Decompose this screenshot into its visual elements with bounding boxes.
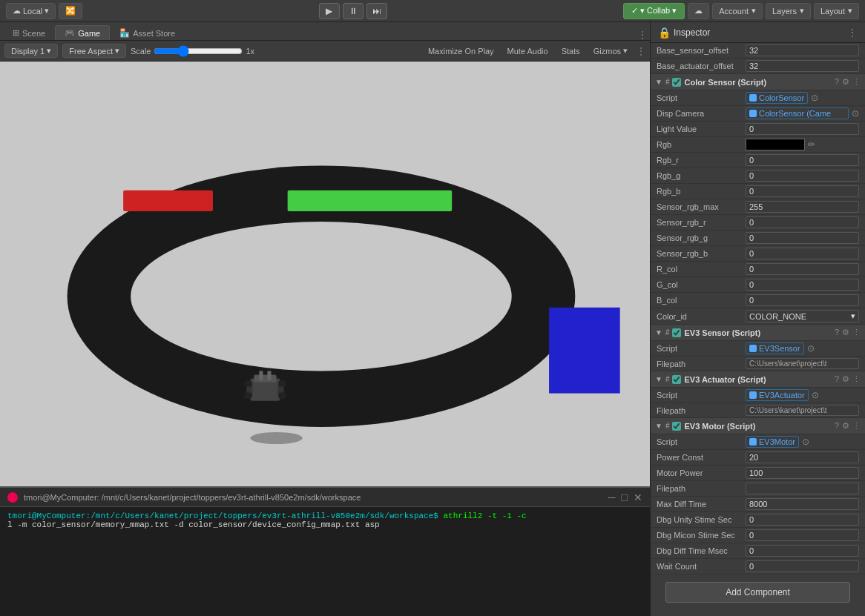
playback-controls: ▶ ⏸ ⏭ xyxy=(319,3,387,19)
pause-button[interactable]: ⏸ xyxy=(343,3,364,19)
r-col-input[interactable] xyxy=(746,263,859,275)
color-id-dropdown[interactable]: COLOR_NONE ▾ xyxy=(746,310,859,322)
rgb-b-input[interactable] xyxy=(746,185,859,197)
max-diff-time-input[interactable] xyxy=(746,498,859,510)
ev3-actuator-arrow[interactable]: ▼ xyxy=(655,375,662,383)
aspect-dropdown[interactable]: Free Aspect ▾ xyxy=(62,44,126,58)
disp-camera-row: Disp Camera ColorSensor (Came ⊙ xyxy=(651,106,865,122)
sensor-rgb-max-label: Sensor_rgb_max xyxy=(657,202,746,211)
tab-scene[interactable]: ⊞ Scene xyxy=(3,25,55,40)
inspector-scroll: Base_sensor_offset Base_actuator_offset … xyxy=(651,43,865,616)
layout-dropdown[interactable]: Layout ▾ xyxy=(814,3,859,19)
wait-count-input[interactable] xyxy=(746,560,859,572)
ev3-sensor-arrow[interactable]: ▼ xyxy=(655,328,662,337)
color-sensor-arrow[interactable]: ▼ xyxy=(655,78,662,86)
maximize-on-play-btn[interactable]: Maximize On Play xyxy=(424,45,499,57)
ev3-motor-toggle[interactable] xyxy=(672,422,681,431)
branch-btn[interactable]: 🔀 xyxy=(59,3,82,19)
ev3-motor-arrow[interactable]: ▼ xyxy=(655,422,662,430)
color-sensor-help-btn[interactable]: ? xyxy=(835,77,839,87)
dbg-unity-stime-label: Dbg Unity Stime Sec xyxy=(657,515,746,524)
dbg-diff-time-row: Dbg Diff Time Msec xyxy=(651,543,865,559)
ev3-motor-script-select-btn[interactable]: ⊙ xyxy=(802,437,809,447)
dropdown-arrow-icon: ▾ xyxy=(851,311,855,321)
account-dropdown[interactable]: Account ▾ xyxy=(712,3,763,19)
b-col-row: B_col xyxy=(651,293,865,308)
dbg-diff-time-input[interactable] xyxy=(746,545,859,557)
color-sensor-script-ref[interactable]: ColorSensor xyxy=(746,92,808,104)
ev3-sensor-script-ref[interactable]: EV3Sensor xyxy=(746,342,804,354)
play-button[interactable]: ▶ xyxy=(319,3,340,19)
rgb-r-label: Rgb_r xyxy=(657,156,746,165)
ev3-actuator-menu-btn[interactable]: ⋮ xyxy=(852,374,861,384)
eyedropper-icon[interactable]: ✏ xyxy=(808,139,815,150)
mute-audio-btn[interactable]: Mute Audio xyxy=(503,45,553,57)
inspector-more-btn[interactable]: ⋮ xyxy=(847,27,858,39)
rgb-r-input[interactable] xyxy=(746,154,859,166)
scale-slider[interactable] xyxy=(154,45,243,57)
ev3-actuator-script-select-btn[interactable]: ⊙ xyxy=(812,390,819,400)
add-component-button[interactable]: Add Component xyxy=(665,582,850,603)
ev3-actuator-help-btn[interactable]: ? xyxy=(835,374,839,384)
base-sensor-offset-input[interactable] xyxy=(746,44,859,56)
terminal-maximize-btn[interactable]: □ xyxy=(622,491,628,503)
sensor-rgb-r-row: Sensor_rgb_r xyxy=(651,215,865,231)
motor-power-input[interactable] xyxy=(746,467,859,479)
tab-game[interactable]: 🎮 Game xyxy=(55,25,110,40)
ev3-sensor-help-btn[interactable]: ? xyxy=(835,328,839,337)
collab-button[interactable]: ✓ ▾ Collab ▾ xyxy=(623,3,685,19)
ev3-motor-settings-btn[interactable]: ⚙ xyxy=(842,421,849,431)
layers-dropdown[interactable]: Layers ▾ xyxy=(766,3,811,19)
power-const-input[interactable] xyxy=(746,451,859,463)
ev3-sensor-settings-btn[interactable]: ⚙ xyxy=(842,328,849,337)
r-col-row: R_col xyxy=(651,262,865,277)
svg-rect-12 xyxy=(244,380,251,386)
max-diff-time-label: Max Diff Time xyxy=(657,500,746,509)
sensor-rgb-g-input[interactable] xyxy=(746,232,859,244)
cam-select-btn[interactable]: ⊙ xyxy=(852,108,859,119)
stats-btn[interactable]: Stats xyxy=(557,45,585,57)
tab-asset-store[interactable]: 🏪 Asset Store xyxy=(110,25,185,40)
game-viewport xyxy=(0,62,650,486)
ev3-motor-script-ref[interactable]: EV3Motor xyxy=(746,436,799,448)
b-col-input[interactable] xyxy=(746,294,859,306)
ev3-sensor-script-select-btn[interactable]: ⊙ xyxy=(807,343,815,354)
sensor-rgb-max-input[interactable] xyxy=(746,201,859,213)
disp-camera-ref[interactable]: ColorSensor (Came xyxy=(746,107,849,119)
cloud-services-btn[interactable]: ☁ xyxy=(688,3,709,19)
color-sensor-settings-btn[interactable]: ⚙ xyxy=(842,77,849,87)
ev3-actuator-script-dot-icon xyxy=(749,391,757,399)
local-dropdown[interactable]: ☁ Local ▾ xyxy=(6,3,56,19)
ev3-actuator-settings-btn[interactable]: ⚙ xyxy=(842,374,849,384)
light-value-input[interactable] xyxy=(746,123,859,135)
ev3-sensor-toggle[interactable] xyxy=(672,328,681,337)
display-dropdown[interactable]: Display 1 ▾ xyxy=(4,44,58,58)
ev3-sensor-menu-btn[interactable]: ⋮ xyxy=(852,328,861,337)
color-sensor-script-select-btn[interactable]: ⊙ xyxy=(811,93,818,103)
game-toolbar-menu[interactable]: ⋮ xyxy=(637,46,645,56)
rgb-g-input[interactable] xyxy=(746,170,859,182)
terminal-minimize-btn[interactable]: ─ xyxy=(608,491,616,503)
rgb-color-swatch[interactable] xyxy=(746,139,805,150)
dbg-micon-stime-input[interactable] xyxy=(746,529,859,541)
step-button[interactable]: ⏭ xyxy=(366,3,387,19)
gizmos-dropdown[interactable]: Gizmos ▾ xyxy=(589,44,632,57)
ev3-motor-menu-btn[interactable]: ⋮ xyxy=(852,421,861,431)
panel-menu-btn[interactable]: ⋮ xyxy=(638,30,647,40)
base-actuator-offset-input[interactable] xyxy=(746,60,859,72)
ev3-actuator-toggle[interactable] xyxy=(672,375,681,384)
ev3-motor-help-btn[interactable]: ? xyxy=(835,421,839,431)
g-col-input[interactable] xyxy=(746,279,859,291)
filepath-input[interactable] xyxy=(746,483,859,494)
color-sensor-menu-btn[interactable]: ⋮ xyxy=(852,77,861,87)
color-sensor-toggle[interactable] xyxy=(672,78,681,87)
dbg-unity-stime-input[interactable] xyxy=(746,514,859,526)
ev3-actuator-script-ref[interactable]: EV3Actuator xyxy=(746,389,809,401)
lock-icon[interactable]: 🔒 xyxy=(658,27,671,39)
sensor-rgb-r-input[interactable] xyxy=(746,216,859,228)
terminal-close-btn[interactable]: ✕ xyxy=(634,491,642,503)
base-sensor-offset-label: Base_sensor_offset xyxy=(657,46,746,55)
ev3-motor-script-label: Script xyxy=(657,437,746,446)
sensor-rgb-b-input[interactable] xyxy=(746,248,859,259)
terminal-cmd: athrill2 -t -1 -c xyxy=(438,511,527,520)
